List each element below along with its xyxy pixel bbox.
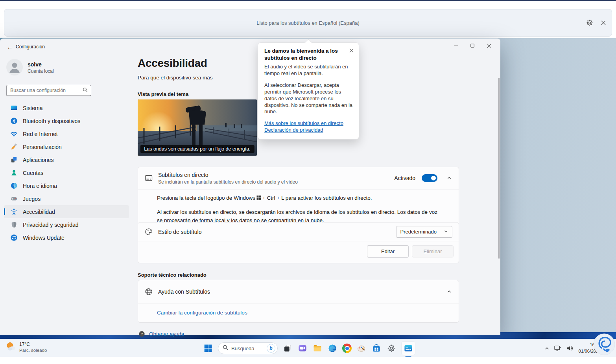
store-icon[interactable] bbox=[371, 342, 382, 354]
bluetooth-icon bbox=[10, 117, 18, 125]
start-button[interactable] bbox=[203, 342, 213, 354]
caption-style-buttons-row: Editar Eliminar bbox=[138, 241, 459, 263]
live-captions-subtitle: Se incluirán en la pantalla subtítulos e… bbox=[158, 179, 298, 185]
weather-temperature: 17°C bbox=[19, 342, 47, 347]
settings-search-box[interactable] bbox=[6, 85, 91, 96]
svg-text:?: ? bbox=[141, 332, 143, 336]
bing-icon[interactable]: b bbox=[267, 344, 275, 353]
sidebar-item-aplicaciones[interactable]: Aplicaciones bbox=[4, 153, 129, 166]
taskbar-search-box[interactable]: Búsqueda b bbox=[218, 342, 278, 354]
screen: Listo para los subtítulos en Español (Es… bbox=[0, 0, 616, 364]
network-icon bbox=[10, 130, 18, 138]
caption-style-value: Predeterminado bbox=[400, 229, 437, 235]
settings-sidebar: solve Cuenta local Sistema bbox=[0, 55, 138, 335]
related-support-heading: Soporte técnico relacionado bbox=[138, 272, 207, 278]
sidebar-item-sistema[interactable]: Sistema bbox=[4, 101, 129, 114]
toggle-state-label: Activado bbox=[394, 175, 415, 181]
edge-icon[interactable] bbox=[327, 342, 338, 354]
help-row[interactable]: Ayuda con Subtítulos bbox=[138, 280, 459, 303]
close-icon[interactable] bbox=[348, 47, 354, 53]
speaker-icon[interactable] bbox=[566, 344, 574, 352]
user-name: solve bbox=[28, 61, 42, 68]
window-title: Configuración bbox=[16, 44, 45, 50]
search-icon bbox=[223, 345, 228, 352]
task-view-icon[interactable] bbox=[282, 342, 293, 354]
accessibility-icon bbox=[10, 208, 18, 215]
taskbar: 17°C Parc. soleado Búsqueda b bbox=[0, 339, 616, 357]
help-circle-icon: ? bbox=[138, 331, 145, 337]
palette-icon bbox=[144, 228, 153, 236]
personalization-icon bbox=[10, 143, 18, 151]
live-captions-setting-row[interactable]: Subtítulos en directo Se incluirán en la… bbox=[138, 167, 459, 189]
sidebar-item-cuentas[interactable]: Cuentas bbox=[4, 166, 129, 179]
caption-style-label: Estilo de subtítulo bbox=[158, 229, 202, 235]
chevron-up-icon[interactable] bbox=[446, 289, 452, 295]
sidebar-item-privacidad[interactable]: Privacidad y seguridad bbox=[4, 218, 129, 231]
avatar[interactable] bbox=[6, 59, 23, 75]
get-help-link[interactable]: ? Obtener ayuda bbox=[138, 331, 184, 337]
windows-update-icon bbox=[10, 234, 18, 241]
popup-body-2: Al seleccionar Descargar, acepta permiti… bbox=[264, 82, 352, 115]
sidebar-item-juegos[interactable]: Juegos bbox=[4, 192, 129, 205]
back-button[interactable]: ← bbox=[5, 42, 15, 51]
clippy-assistant[interactable] bbox=[592, 333, 616, 356]
weather-condition: Parc. soleado bbox=[19, 347, 47, 353]
accounts-icon bbox=[10, 169, 18, 176]
gaming-icon bbox=[10, 195, 18, 202]
sidebar-item-bluetooth[interactable]: Bluetooth y dispositivos bbox=[4, 114, 129, 127]
live-captions-icon bbox=[144, 174, 153, 182]
caption-style-group: Estilo de subtítulo Predeterminado Edita… bbox=[138, 222, 459, 263]
taskbar-center: Búsqueda b bbox=[203, 339, 415, 357]
settings-gear-icon[interactable] bbox=[386, 342, 397, 354]
more-about-live-captions-link[interactable]: Más sobre los subtítulos en directo bbox=[264, 120, 352, 127]
settings-search-input[interactable] bbox=[7, 88, 83, 93]
paint-icon[interactable] bbox=[356, 342, 367, 354]
privacy-statement-link[interactable]: Declaración de privacidad bbox=[264, 127, 352, 134]
chevron-down-icon bbox=[444, 229, 448, 235]
live-captions-status: Listo para los subtítulos en Español (Es… bbox=[256, 20, 360, 26]
help-item-label: Ayuda con Subtítulos bbox=[158, 289, 210, 295]
live-captions-title: Subtítulos en directo bbox=[158, 172, 298, 178]
preview-caption-text: Las ondas son causadas por un flujo de e… bbox=[140, 145, 254, 153]
chevron-up-icon[interactable] bbox=[446, 175, 452, 181]
change-caption-settings-link[interactable]: Cambiar la configuración de subtítulos bbox=[157, 310, 247, 316]
live-captions-toggle[interactable] bbox=[422, 174, 437, 182]
file-explorer-icon[interactable] bbox=[312, 342, 323, 354]
live-captions-welcome-popup: Le damos la bienvenida a los subtítulos … bbox=[258, 42, 359, 140]
popup-body-1: El audio y el vídeo se subtitularán en t… bbox=[264, 64, 352, 77]
chat-icon[interactable] bbox=[297, 342, 308, 354]
network-tray-icon[interactable] bbox=[554, 344, 562, 352]
live-captions-app-active[interactable] bbox=[401, 341, 415, 355]
settings-window: ← Configuración bbox=[0, 39, 500, 335]
live-captions-group: Subtítulos en directo Se incluirán en la… bbox=[138, 167, 459, 231]
gear-icon[interactable] bbox=[586, 19, 594, 27]
taskbar-search-placeholder: Búsqueda bbox=[231, 346, 267, 351]
edit-button[interactable]: Editar bbox=[367, 245, 409, 257]
theme-preview-image: Las ondas son causadas por un flujo de e… bbox=[138, 99, 257, 156]
popup-title: Le damos la bienvenida a los subtítulos … bbox=[264, 48, 348, 61]
delete-button[interactable]: Eliminar bbox=[412, 245, 454, 257]
sidebar-nav: Sistema Bluetooth y dispositivos Red e I… bbox=[4, 101, 129, 244]
sidebar-item-hora-idioma[interactable]: Hora e idioma bbox=[4, 179, 129, 192]
sidebar-item-accesibilidad[interactable]: Accesibilidad bbox=[4, 205, 129, 218]
sidebar-item-red-internet[interactable]: Red e Internet bbox=[4, 127, 129, 140]
windows-key-icon bbox=[256, 195, 261, 203]
screen-bottom-strip bbox=[0, 357, 616, 364]
user-account-type: Cuenta local bbox=[28, 68, 54, 74]
weather-widget[interactable]: 17°C Parc. soleado bbox=[6, 341, 47, 353]
sidebar-item-personalizacion[interactable]: Personalización bbox=[4, 140, 129, 153]
caption-style-dropdown[interactable]: Predeterminado bbox=[396, 226, 453, 238]
tray-chevron-up-icon[interactable] bbox=[544, 346, 550, 351]
privacy-icon bbox=[10, 221, 18, 228]
sun-cloud-icon bbox=[6, 341, 16, 353]
search-icon bbox=[83, 87, 88, 94]
apps-icon bbox=[10, 156, 18, 164]
help-group: Ayuda con Subtítulos Cambiar la configur… bbox=[138, 280, 459, 323]
content-scrollbar[interactable] bbox=[498, 78, 500, 259]
live-captions-bar: Listo para los subtítulos en Español (Es… bbox=[4, 9, 612, 37]
caption-style-row[interactable]: Estilo de subtítulo Predeterminado bbox=[138, 222, 459, 241]
globe-help-icon bbox=[144, 287, 153, 296]
close-icon[interactable] bbox=[600, 19, 607, 26]
chrome-icon[interactable] bbox=[342, 344, 352, 353]
sidebar-item-windows-update[interactable]: Windows Update bbox=[4, 231, 129, 244]
